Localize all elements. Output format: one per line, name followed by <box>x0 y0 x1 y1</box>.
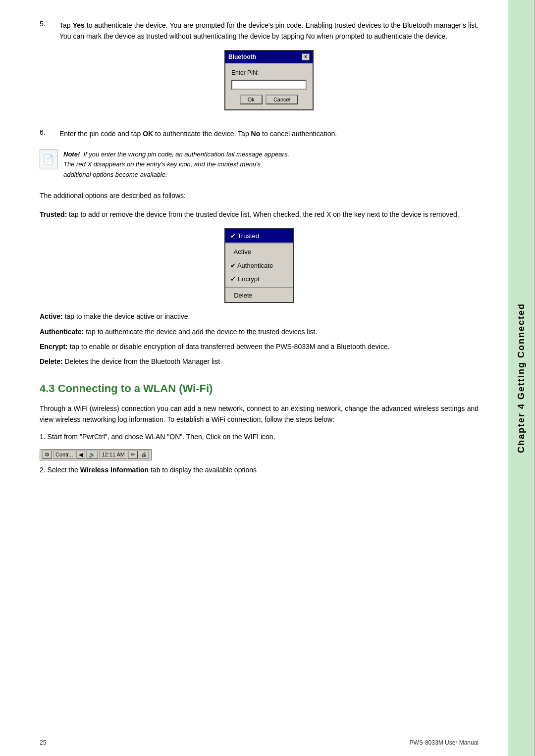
authenticate-text: tap to authenticate the device and add t… <box>84 328 317 336</box>
note-content: Note! If you enter the wrong pin code, a… <box>63 150 289 180</box>
context-menu-wrapper: ✔ Trusted Active ✔ Authenticate ✔ Encryp… <box>40 228 479 303</box>
footer: 25 PWS-8033M User Manual <box>40 739 479 746</box>
taskbar-icon-2: ◀ <box>76 451 85 459</box>
menu-item-trusted[interactable]: ✔ Trusted <box>225 229 293 243</box>
wifi-step-1: 1. Start from "PwrCtrl", and chose WLAN … <box>40 431 479 442</box>
taskbar-icon-3: 🔊 <box>86 451 98 459</box>
bluetooth-dialog: Bluetooth × Enter PIN: Ok Cancel <box>224 50 314 110</box>
step-6-content: Enter the pin code and tap OK to authent… <box>59 128 479 139</box>
ok-button[interactable]: Ok <box>240 95 263 104</box>
active-description: Active: tap to make the device active or… <box>40 311 479 322</box>
step-number-5: 5. <box>40 20 52 118</box>
chapter-sidebar: Chapter 4 Getting Connected <box>508 0 535 756</box>
wifi-step-2-after: tab to display the available options <box>149 466 257 474</box>
note-text: If you enter the wrong pin code, an auth… <box>63 151 289 179</box>
taskbar-icon-1: ⚙ <box>42 451 52 459</box>
authenticate-description: Authenticate: tap to authenticate the de… <box>40 326 479 337</box>
context-menu: ✔ Trusted Active ✔ Authenticate ✔ Encryp… <box>224 228 294 303</box>
page-number: 25 <box>40 739 46 746</box>
delete-bold: Delete: <box>40 357 63 365</box>
trusted-text: tap to add or remove the device from the… <box>67 210 459 218</box>
step-6-text: Enter the pin code and tap OK to authent… <box>59 128 479 139</box>
delete-description: Delete: Deletes the device from the Blue… <box>40 356 479 367</box>
taskbar-icon-5: 🖨 <box>139 451 149 458</box>
menu-item-authenticate[interactable]: ✔ Authenticate <box>225 259 293 273</box>
additional-options-intro: The additional options are described as … <box>40 190 479 201</box>
encrypt-text: tap to enable or disable encryption of d… <box>68 343 390 351</box>
note-icon: 📄 <box>40 150 57 169</box>
taskbar-image-wrapper: ⚙ Contr... ◀ 🔊 12:11 AM ✏ 🖨 <box>40 445 479 464</box>
menu-item-delete[interactable]: Delete <box>225 289 293 302</box>
section-43-heading: 4.3 Connecting to a WLAN (Wi-Fi) <box>40 382 479 395</box>
note-document-icon: 📄 <box>43 154 54 165</box>
dialog-buttons: Ok Cancel <box>231 95 307 104</box>
wifi-step-2-bold: Wireless Information <box>80 466 149 474</box>
menu-divider-2 <box>225 287 293 288</box>
wifi-step-2: 2. Select the Wireless Information tab t… <box>40 464 479 475</box>
bluetooth-dialog-wrapper: Bluetooth × Enter PIN: Ok Cancel <box>59 50 479 110</box>
section-43-number: 4.3 <box>40 382 55 395</box>
active-bold: Active: <box>40 312 63 320</box>
step-5-text: Tap Yes to authenticate the device. You … <box>59 20 479 42</box>
taskbar-contr: Contr... <box>53 451 75 458</box>
dialog-close-button[interactable]: × <box>302 53 310 60</box>
delete-text: Deletes the device from the Bluetooth Ma… <box>63 357 220 365</box>
menu-item-encrypt[interactable]: ✔ Encrypt <box>225 272 293 286</box>
dialog-title: Bluetooth <box>228 52 256 62</box>
enter-pin-label: Enter PIN: <box>231 68 307 78</box>
taskbar-icon-4: ✏ <box>128 451 138 459</box>
encrypt-description: Encrypt: tap to enable or disable encryp… <box>40 341 479 352</box>
cancel-button[interactable]: Cancel <box>266 95 298 104</box>
note-box: 📄 Note! If you enter the wrong pin code,… <box>40 150 479 180</box>
dialog-titlebar: Bluetooth × <box>225 51 313 63</box>
encrypt-bold: Encrypt: <box>40 343 68 351</box>
step-6: 6. Enter the pin code and tap OK to auth… <box>40 128 479 139</box>
taskbar-image: ⚙ Contr... ◀ 🔊 12:11 AM ✏ 🖨 <box>40 449 152 460</box>
sidebar-text: Chapter 4 Getting Connected <box>516 303 527 453</box>
dialog-body: Enter PIN: Ok Cancel <box>225 63 313 109</box>
section-43-title: Connecting to a WLAN (Wi-Fi) <box>58 382 213 395</box>
trusted-description: Trusted: tap to add or remove the device… <box>40 209 479 220</box>
authenticate-bold: Authenticate: <box>40 328 84 336</box>
note-label: Note! <box>63 151 80 158</box>
pin-input[interactable] <box>231 80 307 90</box>
menu-item-active[interactable]: Active <box>225 245 293 259</box>
taskbar-time: 12:11 AM <box>99 451 127 458</box>
wifi-step-2-before: 2. Select the <box>40 466 80 474</box>
manual-name: PWS-8033M User Manual <box>410 739 479 746</box>
step-number-6: 6. <box>40 128 52 139</box>
step-5: 5. Tap Yes to authenticate the device. Y… <box>40 20 479 118</box>
trusted-bold: Trusted: <box>40 210 67 218</box>
wifi-intro: Through a WiFi (wireless) connection you… <box>40 403 479 425</box>
active-text: tap to make the device active or inactiv… <box>63 312 190 320</box>
step-5-content: Tap Yes to authenticate the device. You … <box>59 20 479 118</box>
menu-divider-1 <box>225 244 293 244</box>
